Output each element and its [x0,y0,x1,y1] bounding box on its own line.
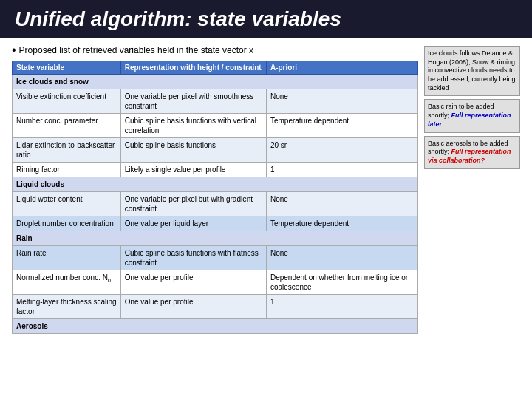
table-row-droplet: Droplet number concentration One value p… [13,216,418,231]
section-liquid-clouds: Liquid clouds [13,177,418,192]
cell-variable: Riming factor [13,163,121,177]
cell-variable: Normalized number conc. N0 [13,270,121,295]
section-rain: Rain [13,231,418,246]
subtitle-text: Proposed list of retrieved variables hel… [19,45,254,55]
table-row: Liquid water content One variable per pi… [13,192,418,216]
cell-representation: One variable per pixel but with gradient… [120,192,266,216]
cell-apriori: Dependent on whether from melting ice or… [266,270,417,295]
cell-variable: Liquid water content [13,192,121,216]
table-row: Lidar extinction-to-backscatter ratio Cu… [13,138,418,163]
table-header-row: State variable Representation with heigh… [13,61,418,75]
table-row: Riming factor Likely a single value per … [13,163,418,177]
cell-apriori: Temperature dependent [266,114,417,138]
cell-variable-rainrate: Rain rate [13,246,121,270]
cell-representation: One value per profile [120,270,266,295]
col-header-variable: State variable [13,61,121,75]
cell-apriori-droplet: Temperature dependent [266,216,417,231]
cell-representation: Cubic spline basis functions [120,138,266,163]
table-row-factor: Melting-layer thickness scaling factor O… [13,295,418,319]
cell-variable: Number conc. parameter [13,114,121,138]
col-header-representation: Representation with height / constraint [120,61,266,75]
cell-apriori-factor: 1 [266,295,417,319]
cell-apriori: 1 [266,163,417,177]
note-rain: Basic rain to be added shortly; Full rep… [424,99,520,132]
cell-variable-droplet: Droplet number concentration [13,216,121,231]
cell-representation: Likely a single value per profile [120,163,266,177]
main-content: • Proposed list of retrieved variables h… [12,44,418,334]
section-label-aerosols: Aerosols [13,319,418,334]
page-title: Unified algorithm: state variables [15,7,341,30]
cell-apriori: None [266,192,417,216]
table-row: Number conc. parameter Cubic spline basi… [13,114,418,138]
cell-apriori: 20 sr [266,138,417,163]
section-label-rain: Rain [13,231,418,246]
section-label-liquid: Liquid clouds [13,177,418,192]
cell-representation-rainrate: Cubic spline basis functions with flatne… [120,246,266,270]
section-label-ice: Ice clouds and snow [13,75,418,89]
cell-representation: One variable per pixel with smoothness c… [120,89,266,114]
col-header-apriori: A-priori [266,61,417,75]
cell-apriori-rainrate: None [266,246,417,270]
cell-variable: Lidar extinction-to-backscatter ratio [13,138,121,163]
bullet-icon: • [12,44,16,56]
note-ice-clouds: Ice clouds follows Delanoe & Hogan (2008… [424,46,520,96]
section-ice-clouds: Ice clouds and snow [13,75,418,89]
cell-variable: Visible extinction coefficient [13,89,121,114]
table-row: Visible extinction coefficient One varia… [13,89,418,114]
section-aerosols: Aerosols [13,319,418,334]
state-variables-table: State variable Representation with heigh… [12,61,418,334]
subtitle-line: • Proposed list of retrieved variables h… [12,44,418,56]
cell-representation: Cubic spline basis functions with vertic… [120,114,266,138]
note-aerosols: Basic aerosols to be added shortly; Full… [424,136,520,169]
table-row-rainrate: Rain rate Cubic spline basis functions w… [13,246,418,270]
table-row: Normalized number conc. N0 One value per… [13,270,418,295]
cell-variable-factor: Melting-layer thickness scaling factor [13,295,121,319]
notes-panel: Ice clouds follows Delanoe & Hogan (2008… [424,44,520,334]
cell-apriori: None [266,89,417,114]
cell-representation-factor: One value per profile [120,295,266,319]
cell-representation-droplet: One value per liquid layer [120,216,266,231]
title-bar: Unified algorithm: state variables [0,0,532,38]
